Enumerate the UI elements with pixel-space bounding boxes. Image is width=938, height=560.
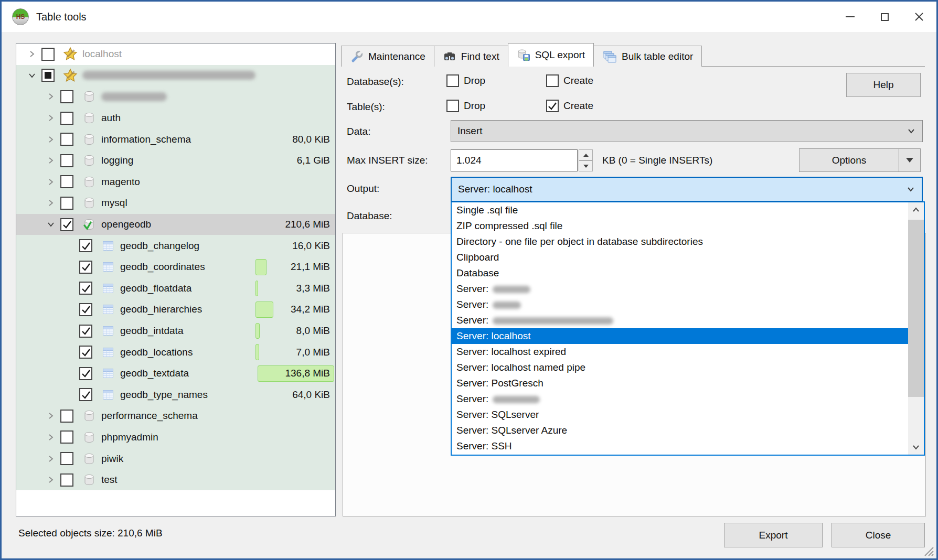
checkbox-box[interactable] bbox=[546, 74, 559, 87]
tree-row-localhost[interactable]: localhost bbox=[16, 44, 335, 65]
collapse-arrow-icon[interactable] bbox=[23, 71, 41, 80]
tables-drop-checkbox[interactable]: Drop bbox=[446, 100, 485, 112]
tree-row-geodb_floatdata[interactable]: geodb_floatdata3,3 MiB bbox=[16, 278, 335, 299]
tree-row-geodb_type_names[interactable]: geodb_type_names64,0 KiB bbox=[16, 384, 335, 406]
export-button[interactable]: Export bbox=[724, 523, 823, 547]
dropdown-item-zip-compressed-sql-file[interactable]: ZIP compressed .sql file bbox=[452, 218, 908, 234]
dropdown-item-server-postgresch[interactable]: Server: PostGresch bbox=[452, 375, 908, 391]
tree-checkbox[interactable] bbox=[60, 452, 73, 465]
expand-arrow-icon[interactable] bbox=[41, 199, 60, 207]
tab-find-text[interactable]: Find text bbox=[434, 46, 508, 67]
tree-checkbox[interactable] bbox=[79, 239, 92, 252]
tree-checkbox[interactable] bbox=[79, 261, 92, 274]
tree-checkbox[interactable] bbox=[41, 69, 55, 82]
tree-checkbox[interactable] bbox=[79, 367, 92, 380]
expand-arrow-icon[interactable] bbox=[41, 178, 60, 186]
tree-row-test[interactable]: test bbox=[16, 469, 335, 491]
minimize-button[interactable] bbox=[833, 2, 867, 32]
tree-checkbox[interactable] bbox=[60, 133, 73, 146]
tree-checkbox[interactable] bbox=[60, 154, 73, 167]
tree-row-geodb_coordinates[interactable]: geodb_coordinates21,1 MiB bbox=[16, 256, 335, 278]
expand-arrow-icon[interactable] bbox=[41, 476, 60, 484]
tree-checkbox[interactable] bbox=[41, 48, 55, 61]
expand-arrow-icon[interactable] bbox=[41, 92, 60, 101]
tree-row-phpmyadmin[interactable]: phpmyadmin bbox=[16, 427, 335, 448]
tree-checkbox[interactable] bbox=[79, 325, 92, 338]
dropdown-item-server-localhost-expired[interactable]: Server: localhost expired bbox=[452, 344, 908, 360]
tree-row-geodb_locations[interactable]: geodb_locations7,0 MiB bbox=[16, 341, 335, 363]
data-combobox[interactable]: Insert bbox=[451, 120, 923, 142]
collapse-arrow-icon[interactable] bbox=[41, 220, 60, 229]
tree-checkbox[interactable] bbox=[79, 303, 92, 316]
close-dialog-button[interactable]: Close bbox=[832, 523, 925, 547]
tree-checkbox[interactable] bbox=[79, 388, 92, 401]
expand-arrow-icon[interactable] bbox=[41, 114, 60, 122]
scrollbar-up-button[interactable] bbox=[908, 202, 924, 218]
dropdown-item-single-sql-file[interactable]: Single .sql file bbox=[452, 202, 908, 218]
scrollbar-down-button[interactable] bbox=[908, 439, 924, 455]
tree-checkbox[interactable] bbox=[79, 346, 92, 359]
expand-arrow-icon[interactable] bbox=[41, 156, 60, 165]
tree-row-information_schema[interactable]: information_schema80,0 KiB bbox=[16, 128, 335, 150]
expand-arrow-icon[interactable] bbox=[23, 50, 41, 58]
output-combobox[interactable]: Server: localhost bbox=[451, 177, 923, 202]
resize-grip[interactable] bbox=[922, 545, 934, 556]
expand-arrow-icon[interactable] bbox=[41, 412, 60, 420]
dropdown-item-server[interactable]: Server: bbox=[452, 281, 908, 297]
maximize-button[interactable] bbox=[867, 2, 902, 32]
expand-arrow-icon[interactable] bbox=[41, 433, 60, 441]
tree-checkbox[interactable] bbox=[60, 112, 73, 125]
tree-row-geodb_textdata[interactable]: geodb_textdata136,8 MiB bbox=[16, 363, 335, 384]
tables-create-checkbox[interactable]: Create bbox=[546, 100, 593, 112]
dropdown-item-server-sqlserver-azure[interactable]: Server: SQLserver Azure bbox=[452, 423, 908, 438]
databases-create-checkbox[interactable]: Create bbox=[546, 74, 593, 87]
tree-checkbox[interactable] bbox=[60, 197, 73, 210]
dropdown-item-server-ssh[interactable]: Server: SSH bbox=[452, 438, 908, 454]
tree-row-piwik[interactable]: piwik bbox=[16, 448, 335, 469]
stepper-up-button[interactable] bbox=[579, 149, 593, 160]
tree-checkbox[interactable] bbox=[60, 90, 73, 103]
tab-sql-export[interactable]: SQL export bbox=[508, 43, 594, 67]
tab-bulk-table-editor[interactable]: Bulk table editor bbox=[593, 46, 702, 67]
tree-row-redacted[interactable] bbox=[16, 65, 335, 87]
tree-checkbox[interactable] bbox=[60, 410, 73, 423]
checkbox-box[interactable] bbox=[446, 100, 459, 112]
databases-drop-checkbox[interactable]: Drop bbox=[446, 74, 485, 87]
stepper-down-button[interactable] bbox=[579, 160, 593, 171]
help-button[interactable]: Help bbox=[846, 73, 921, 97]
tree-row-geodb_intdata[interactable]: geodb_intdata8,0 MiB bbox=[16, 320, 335, 342]
dropdown-item-server-localhost-named-pipe[interactable]: Server: localhost named pipe bbox=[452, 360, 908, 375]
expand-arrow-icon[interactable] bbox=[41, 455, 60, 463]
dropdown-item-directory-one-file-per-object-in-database-subdirectories[interactable]: Directory - one file per object in datab… bbox=[452, 234, 908, 250]
tree-row-logging[interactable]: logging6,1 GiB bbox=[16, 150, 335, 171]
close-button[interactable] bbox=[902, 2, 936, 32]
options-button[interactable]: Options bbox=[800, 149, 899, 171]
dropdown-item-server[interactable]: Server: bbox=[452, 297, 908, 313]
tree-row-performance_schema[interactable]: performance_schema bbox=[16, 405, 335, 427]
tree-row-magento[interactable]: magento bbox=[16, 171, 335, 193]
options-dropdown-arrow[interactable] bbox=[899, 149, 920, 171]
dropdown-item-clipboard[interactable]: Clipboard bbox=[452, 250, 908, 265]
checkbox-box[interactable] bbox=[446, 74, 459, 87]
tree-row-opengeodb[interactable]: opengeodb210,6 MiB bbox=[16, 214, 335, 235]
tree-checkbox[interactable] bbox=[79, 282, 92, 295]
tree-checkbox[interactable] bbox=[60, 218, 73, 231]
tree-checkbox[interactable] bbox=[60, 473, 73, 487]
tab-maintenance[interactable]: Maintenance bbox=[341, 46, 434, 67]
tree-row-geodb_changelog[interactable]: geodb_changelog16,0 KiB bbox=[16, 235, 335, 256]
tree-row-redacted[interactable] bbox=[16, 86, 335, 107]
scrollbar-thumb[interactable] bbox=[908, 220, 924, 397]
expand-arrow-icon[interactable] bbox=[41, 135, 60, 144]
tree-checkbox[interactable] bbox=[60, 175, 73, 188]
max-insert-size-input[interactable] bbox=[451, 149, 578, 171]
dropdown-item-database[interactable]: Database bbox=[452, 265, 908, 281]
tree-row-auth[interactable]: auth bbox=[16, 107, 335, 129]
tree-checkbox[interactable] bbox=[60, 430, 73, 444]
tree-row-mysql[interactable]: mysql bbox=[16, 192, 335, 214]
dropdown-item-server-localhost[interactable]: Server: localhost bbox=[452, 328, 908, 344]
tree-row-geodb_hierarchies[interactable]: geodb_hierarchies34,2 MiB bbox=[16, 299, 335, 320]
dropdown-scrollbar[interactable] bbox=[908, 202, 924, 455]
checkbox-box[interactable] bbox=[546, 100, 559, 112]
dropdown-item-server[interactable]: Server: bbox=[452, 313, 908, 328]
dropdown-item-server-sqlserver[interactable]: Server: SQLserver bbox=[452, 407, 908, 423]
